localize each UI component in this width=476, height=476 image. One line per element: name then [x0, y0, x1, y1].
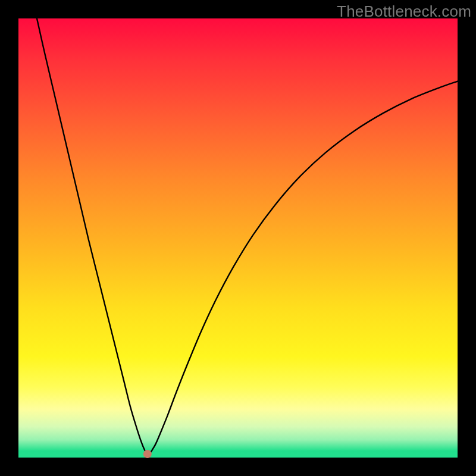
chart-frame: TheBottleneck.com: [0, 0, 476, 476]
watermark-text: TheBottleneck.com: [337, 2, 471, 21]
chart-svg: [18, 18, 458, 458]
bottleneck-curve: [37, 18, 458, 455]
plot-area: [18, 18, 458, 458]
optimum-marker: [143, 450, 152, 458]
